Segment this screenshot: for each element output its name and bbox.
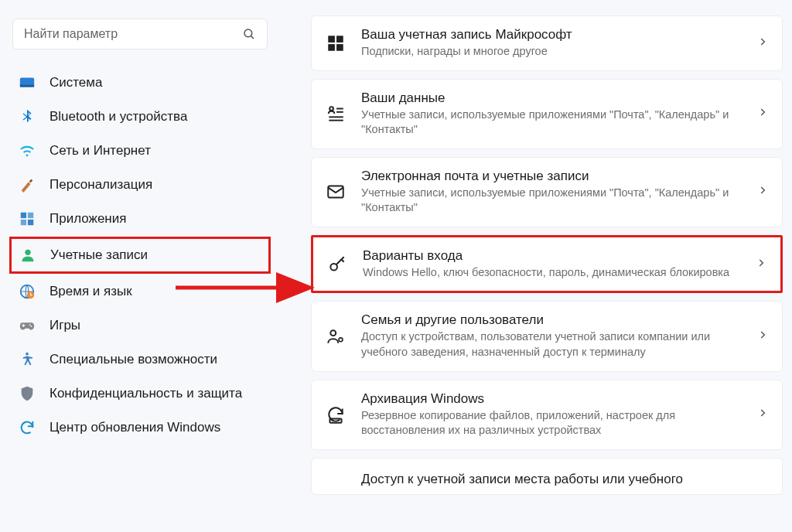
microsoft-icon bbox=[326, 33, 346, 53]
privacy-icon bbox=[19, 385, 36, 402]
svg-rect-3 bbox=[20, 85, 34, 87]
card-family-users[interactable]: Семья и другие пользователи Доступ к уст… bbox=[311, 301, 783, 371]
card-text: Ваши данные Учетные записи, используемые… bbox=[361, 90, 742, 138]
key-icon bbox=[327, 254, 347, 275]
card-title: Ваша учетная запись Майкрософт bbox=[361, 27, 742, 43]
accounts-icon bbox=[19, 247, 36, 264]
time-language-icon bbox=[19, 283, 36, 300]
card-windows-backup[interactable]: Архивация Windows Резервное копирование … bbox=[311, 380, 783, 450]
svg-rect-16 bbox=[328, 44, 335, 51]
svg-rect-6 bbox=[21, 220, 26, 225]
family-users-icon bbox=[326, 326, 346, 346]
svg-point-18 bbox=[329, 107, 333, 111]
sidebar-item-label: Учетные записи bbox=[50, 247, 148, 263]
brush-icon bbox=[19, 176, 36, 193]
card-title: Архивация Windows bbox=[361, 391, 742, 407]
card-desc: Резервное копирование файлов, приложений… bbox=[361, 408, 742, 438]
sidebar-item-label: Bluetooth и устройства bbox=[50, 109, 187, 124]
svg-point-13 bbox=[26, 353, 29, 356]
card-your-info[interactable]: Ваши данные Учетные записи, используемые… bbox=[311, 79, 783, 149]
card-desc: Подписки, награды и многое другое bbox=[361, 44, 742, 60]
sidebar-item-label: Сеть и Интернет bbox=[50, 143, 151, 159]
card-title: Семья и другие пользователи bbox=[361, 312, 742, 328]
sidebar-item-system[interactable]: Система bbox=[9, 66, 271, 99]
svg-point-24 bbox=[330, 264, 337, 271]
card-email-accounts[interactable]: Электронная почта и учетные записи Учетн… bbox=[311, 157, 783, 227]
card-title: Доступ к учетной записи места работы или… bbox=[361, 472, 768, 487]
card-title: Варианты входа bbox=[363, 248, 740, 264]
chevron-right-icon bbox=[757, 36, 768, 50]
accessibility-icon bbox=[19, 351, 36, 368]
sidebar-item-label: Система bbox=[50, 75, 102, 90]
card-desc: Windows Hello, ключ безопасности, пароль… bbox=[363, 265, 740, 281]
svg-line-1 bbox=[251, 36, 254, 39]
svg-rect-7 bbox=[28, 220, 33, 225]
sidebar-item-gaming[interactable]: Игры bbox=[9, 309, 271, 342]
chevron-right-icon bbox=[756, 257, 766, 271]
backup-icon bbox=[326, 404, 346, 425]
card-text: Варианты входа Windows Hello, ключ безоп… bbox=[363, 248, 740, 281]
card-text: Электронная почта и учетные записи Учетн… bbox=[361, 169, 742, 216]
card-desc: Доступ к устройствам, пользователи учетн… bbox=[361, 329, 742, 360]
sidebar-item-privacy[interactable]: Конфиденциальность и защита bbox=[9, 377, 271, 410]
sidebar-item-label: Игры bbox=[50, 318, 80, 333]
sidebar-item-label: Персонализация bbox=[50, 177, 152, 193]
card-work-school-access[interactable]: Доступ к учетной записи места работы или… bbox=[311, 458, 783, 495]
chevron-right-icon bbox=[757, 107, 768, 121]
sidebar-item-label: Конфиденциальность и защита bbox=[50, 386, 242, 401]
card-text: Ваша учетная запись Майкрософт Подписки,… bbox=[361, 27, 742, 60]
sidebar-item-label: Время и язык bbox=[50, 284, 132, 299]
sidebar-item-accessibility[interactable]: Специальные возможности bbox=[9, 343, 271, 376]
apps-icon bbox=[19, 210, 36, 227]
gaming-icon bbox=[19, 317, 36, 334]
your-info-icon bbox=[326, 104, 346, 124]
sidebar-item-apps[interactable]: Приложения bbox=[9, 203, 271, 235]
search-icon bbox=[242, 27, 256, 41]
sidebar-item-network[interactable]: Сеть и Интернет bbox=[9, 135, 271, 167]
chevron-right-icon bbox=[757, 185, 768, 199]
nav-list: Система Bluetooth и устройства Сеть и Ин… bbox=[9, 66, 271, 444]
chevron-right-icon bbox=[757, 329, 768, 343]
sidebar-item-label: Приложения bbox=[50, 211, 126, 227]
sidebar-item-bluetooth[interactable]: Bluetooth и устройства bbox=[9, 101, 271, 133]
email-icon bbox=[326, 182, 346, 202]
card-title: Электронная почта и учетные записи bbox=[361, 169, 742, 184]
sidebar-item-personalization[interactable]: Персонализация bbox=[9, 169, 271, 201]
windows-update-icon bbox=[19, 419, 36, 436]
svg-point-12 bbox=[31, 326, 32, 327]
sidebar-item-accounts[interactable]: Учетные записи bbox=[9, 237, 271, 274]
svg-rect-15 bbox=[336, 36, 343, 43]
svg-rect-4 bbox=[21, 213, 26, 218]
svg-point-8 bbox=[25, 250, 30, 255]
content-panel: Ваша учетная запись Майкрософт Подписки,… bbox=[280, 0, 792, 532]
card-desc: Учетные записи, используемые приложениям… bbox=[361, 107, 742, 138]
search-input[interactable] bbox=[24, 27, 242, 41]
network-icon bbox=[19, 142, 36, 159]
chevron-right-icon bbox=[757, 408, 768, 421]
sidebar-item-windows-update[interactable]: Центр обновления Windows bbox=[9, 411, 271, 444]
system-icon bbox=[19, 74, 36, 91]
card-microsoft-account[interactable]: Ваша учетная запись Майкрософт Подписки,… bbox=[311, 15, 783, 71]
sidebar: Система Bluetooth и устройства Сеть и Ин… bbox=[0, 0, 280, 532]
search-box[interactable] bbox=[12, 19, 268, 49]
sidebar-item-time-language[interactable]: Время и язык bbox=[9, 275, 271, 308]
svg-rect-17 bbox=[336, 44, 343, 51]
card-text: Семья и другие пользователи Доступ к уст… bbox=[361, 312, 742, 360]
svg-rect-5 bbox=[28, 213, 33, 218]
svg-rect-14 bbox=[328, 36, 335, 43]
svg-point-11 bbox=[29, 324, 31, 326]
card-signin-options[interactable]: Варианты входа Windows Hello, ключ безоп… bbox=[311, 235, 783, 294]
sidebar-item-label: Центр обновления Windows bbox=[50, 420, 220, 435]
svg-point-25 bbox=[330, 330, 336, 336]
card-text: Архивация Windows Резервное копирование … bbox=[361, 391, 742, 438]
svg-point-0 bbox=[244, 29, 252, 37]
card-title: Ваши данные bbox=[361, 90, 742, 106]
card-text: Доступ к учетной записи места работы или… bbox=[361, 472, 768, 487]
bluetooth-icon bbox=[19, 108, 36, 125]
sidebar-item-label: Специальные возможности bbox=[50, 352, 217, 367]
card-desc: Учетные записи, используемые приложениям… bbox=[361, 186, 742, 216]
